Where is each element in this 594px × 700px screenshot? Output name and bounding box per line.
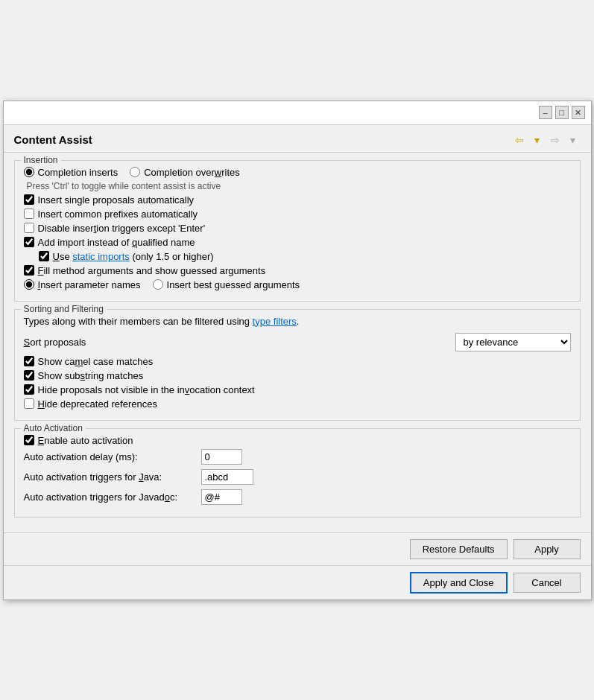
completion-hint: Press 'Ctrl' to toggle while content ass… [24,181,571,191]
panel-title: Content Assist [14,133,92,146]
delay-row: Auto activation delay (ms): [24,449,571,465]
bottom-buttons-row1: Restore Defaults Apply [4,532,591,565]
sorting-section: Sorting and Filtering Types along with t… [14,309,581,421]
hide-deprecated-checkbox[interactable] [24,398,34,409]
fill-method-checkbox[interactable] [24,265,34,276]
disable-insertion-label[interactable]: Disable insertion triggers except 'Enter… [24,223,206,234]
delay-label: Auto activation delay (ms): [24,451,195,462]
insert-common-label[interactable]: Insert common prefixes automatically [24,209,198,220]
fill-method-label[interactable]: Fill method arguments and show guessed a… [24,265,266,276]
delay-input[interactable] [201,449,242,465]
auto-activation-title: Auto Activation [21,423,86,433]
insert-param-names-radio[interactable] [24,279,34,290]
insert-single-checkbox[interactable] [24,194,34,205]
java-triggers-row: Auto activation triggers for Java: [24,469,571,485]
insert-common-checkbox[interactable] [24,209,34,219]
insert-best-guessed-label[interactable]: Insert best guessed arguments [153,279,300,290]
sort-proposals-label: Sort proposals [24,337,86,348]
maximize-button[interactable]: □ [555,106,569,119]
type-filters-hint: Types along with their members can be fi… [24,316,571,327]
completion-inserts-radio[interactable] [24,167,34,177]
completion-overwrites-label[interactable]: Completion overwrites [130,167,240,178]
java-triggers-input[interactable] [201,469,253,485]
use-static-checkbox[interactable] [39,251,49,261]
panel-header: Content Assist ⇦ ▾ ⇨ ▾ [4,125,591,153]
restore-defaults-button[interactable]: Restore Defaults [410,539,508,559]
title-bar: – □ ✕ [4,101,591,125]
java-triggers-label: Auto activation triggers for Java: [24,471,195,483]
javadoc-triggers-input[interactable] [201,489,242,505]
use-static-row: Use static imports (only 1.5 or higher) [24,251,571,262]
disable-insertion-row: Disable insertion triggers except 'Enter… [24,223,571,234]
insert-best-guessed-radio[interactable] [153,279,163,290]
add-import-row: Add import instead of qualified name [24,237,571,248]
hide-not-visible-row: Hide proposals not visible in the invoca… [24,384,571,395]
javadoc-triggers-label: Auto activation triggers for Javadoc: [24,491,195,503]
apply-and-close-button[interactable]: Apply and Close [410,572,508,594]
forward-nav-icon[interactable]: ⇨ [548,133,563,147]
javadoc-triggers-row: Auto activation triggers for Javadoc: [24,489,571,505]
completion-overwrites-radio[interactable] [130,167,140,177]
add-import-label[interactable]: Add import instead of qualified name [24,237,195,248]
apply-button[interactable]: Apply [514,539,581,559]
title-bar-buttons: – □ ✕ [539,106,585,119]
insert-single-label[interactable]: Insert single proposals automatically [24,194,195,206]
main-window: – □ ✕ Content Assist ⇦ ▾ ⇨ ▾ Insertion C… [3,101,592,600]
insertion-section-title: Insertion [21,155,61,165]
completion-radio-group: Completion inserts Completion overwrites [24,167,571,178]
hide-deprecated-row: Hide deprecated references [24,398,571,410]
insert-common-row: Insert common prefixes automatically [24,209,571,220]
cancel-button[interactable]: Cancel [514,573,581,593]
enable-auto-checkbox[interactable] [24,435,34,445]
hide-not-visible-checkbox[interactable] [24,384,34,395]
hide-not-visible-label[interactable]: Hide proposals not visible in the invoca… [24,384,255,395]
fill-method-row: Fill method arguments and show guessed a… [24,265,571,276]
hide-deprecated-label[interactable]: Hide deprecated references [24,398,157,410]
auto-activation-section: Auto Activation Enable auto activation A… [14,428,581,518]
completion-inserts-label[interactable]: Completion inserts [24,167,119,178]
show-substring-row: Show substring matches [24,370,571,381]
insertion-section: Insertion Completion inserts Completion … [14,160,581,302]
show-substring-label[interactable]: Show substring matches [24,370,144,381]
insert-param-radio-group: Insert parameter names Insert best guess… [24,279,571,290]
panel-nav-icons: ⇦ ▾ ⇨ ▾ [512,133,581,147]
show-camel-checkbox[interactable] [24,356,34,366]
minimize-button[interactable]: – [539,106,552,119]
add-import-checkbox[interactable] [24,237,34,247]
disable-insertion-checkbox[interactable] [24,223,34,233]
back-dropdown-icon[interactable]: ▾ [530,133,545,147]
enable-auto-row: Enable auto activation [24,435,571,446]
insert-single-row: Insert single proposals automatically [24,194,571,206]
enable-auto-label[interactable]: Enable auto activation [24,435,133,446]
sort-proposals-select[interactable]: by relevance alphabetically [455,333,571,351]
show-substring-checkbox[interactable] [24,370,34,381]
panel-body: Insertion Completion inserts Completion … [4,153,591,532]
sorting-section-title: Sorting and Filtering [21,304,107,314]
forward-dropdown-icon[interactable]: ▾ [566,133,581,147]
close-button[interactable]: ✕ [572,106,585,119]
sort-proposals-row: Sort proposals by relevance alphabetical… [24,333,571,351]
use-static-label[interactable]: Use static imports (only 1.5 or higher) [39,251,214,262]
back-nav-icon[interactable]: ⇦ [512,133,527,147]
type-filters-link[interactable]: type filters [253,316,297,327]
insert-param-names-label[interactable]: Insert parameter names [24,279,141,290]
static-imports-link[interactable]: static imports [72,251,130,262]
show-camel-label[interactable]: Show camel case matches [24,356,154,367]
footer-bar: Apply and Close Cancel [4,565,591,599]
show-camel-row: Show camel case matches [24,356,571,367]
